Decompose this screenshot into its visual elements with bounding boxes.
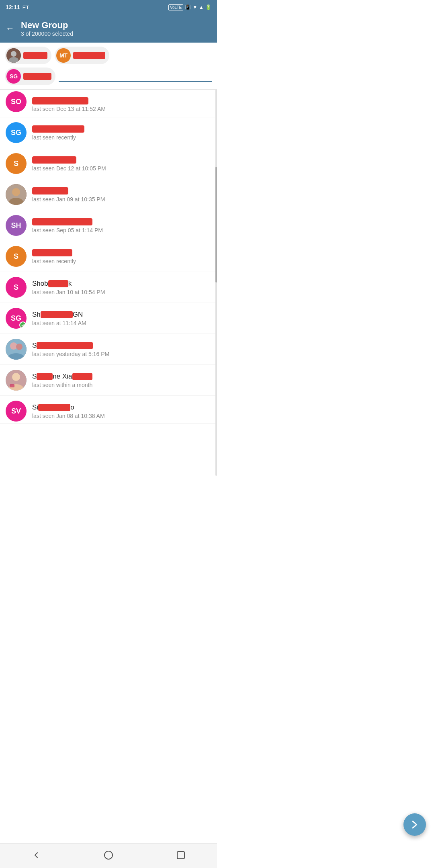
avatar-sh: SH: [6, 215, 27, 236]
svg-point-8: [16, 344, 23, 350]
vibrate-icon: 📳: [185, 4, 191, 10]
search-input[interactable]: [59, 71, 212, 82]
chip-avatar-2: MT: [56, 48, 71, 63]
contact-name-photo2: S: [32, 342, 211, 350]
contact-status-s2: last seen recently: [32, 258, 211, 264]
contact-status-sg1: last seen recently: [32, 134, 211, 141]
chip-avatar-3: SG: [6, 69, 21, 84]
contact-name-s1: [32, 156, 211, 164]
contact-name-sh: [32, 218, 211, 226]
list-item-sv[interactable]: SV Sio last seen Jan 08 at 10:38 AM: [0, 396, 217, 424]
search-row: SG: [5, 68, 212, 85]
contact-status-photo3: last seen within a month: [32, 382, 211, 388]
contact-info-sh: last seen Sep 05 at 1:14 PM: [32, 218, 211, 233]
selected-chip-3[interactable]: SG: [5, 68, 55, 85]
battery-icon: 🔋: [205, 4, 211, 10]
chips-row: MT: [5, 47, 212, 64]
chip-name-2: [73, 52, 105, 59]
avatar-photo3: [6, 370, 27, 391]
svg-point-1: [11, 51, 16, 57]
list-item-s2[interactable]: S last seen recently: [0, 241, 217, 272]
contact-info-s1: last seen Dec 12 at 10:05 PM: [32, 156, 211, 172]
svg-point-4: [12, 188, 20, 196]
contact-info-photo1: last seen Jan 09 at 10:35 PM: [32, 187, 211, 203]
contact-status-photo1: last seen Jan 09 at 10:35 PM: [32, 196, 211, 203]
contact-status-s1: last seen Dec 12 at 10:05 PM: [32, 165, 211, 172]
list-item-sg2[interactable]: SG ShGN last seen at 11:14 AM: [0, 303, 217, 334]
contact-status-shob: last seen Jan 10 at 10:54 PM: [32, 289, 211, 295]
contact-status-sv: last seen Jan 08 at 10:38 AM: [32, 413, 211, 419]
signal-icon: ▲: [199, 4, 204, 10]
contact-name-sv: Sio: [32, 403, 211, 411]
header: ← New Group 3 of 200000 selected: [0, 14, 217, 43]
chips-area: MT SG: [0, 43, 217, 90]
avatar-sg1: SG: [6, 122, 27, 143]
contact-name-s2: [32, 249, 211, 257]
avatar-photo1: [6, 184, 27, 205]
list-item-sh[interactable]: SH last seen Sep 05 at 1:14 PM: [0, 210, 217, 241]
header-title: New Group: [21, 20, 73, 31]
avatar-s1: S: [6, 153, 27, 174]
list-item-partial[interactable]: SO last seen Dec 13 at 11:52 AM: [0, 90, 217, 117]
back-button[interactable]: ←: [6, 23, 14, 34]
wifi-icon: ▼: [192, 4, 197, 10]
contact-info-photo2: S last seen yesterday at 5:16 PM: [32, 342, 211, 357]
contact-status-sh: last seen Sep 05 at 1:14 PM: [32, 227, 211, 233]
avatar-shob: S: [6, 277, 27, 298]
contact-list: SO last seen Dec 13 at 11:52 AM SG last …: [0, 90, 217, 476]
avatar-photo2: [6, 339, 27, 360]
contact-info-sv: Sio last seen Jan 08 at 10:38 AM: [32, 403, 211, 419]
scrollbar-track[interactable]: [215, 90, 217, 476]
contact-name-sg1: [32, 125, 211, 133]
chip-avatar-1: [6, 48, 21, 63]
contact-status-partial: last seen Dec 13 at 11:52 AM: [32, 106, 106, 112]
selected-chip-2[interactable]: MT: [55, 47, 109, 64]
contact-info-photo3: Sne Xia last seen within a month: [32, 373, 211, 388]
list-item-photo2[interactable]: S last seen yesterday at 5:16 PM: [0, 334, 217, 365]
avatar-s2: S: [6, 246, 27, 267]
contact-info-sg2: ShGN last seen at 11:14 AM: [32, 311, 211, 326]
status-icons: VoLTE 📳 ▼ ▲ 🔋: [168, 4, 211, 10]
contact-name-shob: Shobk: [32, 280, 211, 288]
avatar-sg2: SG: [6, 308, 27, 329]
status-carrier: ET: [23, 4, 29, 10]
contact-name-photo3: Sne Xia: [32, 373, 211, 381]
volte-icon: VoLTE: [168, 4, 183, 10]
contact-status-sg2: last seen at 11:14 AM: [32, 320, 211, 326]
svg-point-11: [12, 373, 20, 381]
selected-chip-1[interactable]: [5, 47, 51, 64]
contact-info-shob: Shobk last seen Jan 10 at 10:54 PM: [32, 280, 211, 295]
contact-name-partial: [32, 96, 106, 104]
list-item-shob[interactable]: S Shobk last seen Jan 10 at 10:54 PM: [0, 272, 217, 303]
status-bar: 12:11 ET VoLTE 📳 ▼ ▲ 🔋: [0, 0, 217, 14]
chip-name-3: [23, 73, 51, 80]
header-subtitle: 3 of 200000 selected: [21, 31, 73, 37]
avatar-sv: SV: [6, 401, 27, 422]
contact-name-photo1: [32, 187, 211, 195]
list-item-s1[interactable]: S last seen Dec 12 at 10:05 PM: [0, 148, 217, 179]
contact-info-partial: last seen Dec 13 at 11:52 AM: [32, 96, 106, 112]
contact-info-sg1: last seen recently: [32, 125, 211, 141]
scrollbar-thumb[interactable]: [215, 167, 217, 283]
status-time: 12:11: [6, 4, 20, 10]
selected-badge: [19, 321, 27, 329]
contact-status-photo2: last seen yesterday at 5:16 PM: [32, 351, 211, 357]
list-item-photo3[interactable]: Sne Xia last seen within a month: [0, 365, 217, 396]
avatar-so: SO: [6, 91, 27, 112]
contact-info-s2: last seen recently: [32, 249, 211, 264]
list-item-sg[interactable]: SG last seen recently: [0, 117, 217, 148]
list-item-photo1[interactable]: last seen Jan 09 at 10:35 PM: [0, 179, 217, 210]
chip-name-1: [23, 52, 47, 59]
svg-rect-13: [10, 384, 14, 387]
contact-name-sg2: ShGN: [32, 311, 211, 319]
